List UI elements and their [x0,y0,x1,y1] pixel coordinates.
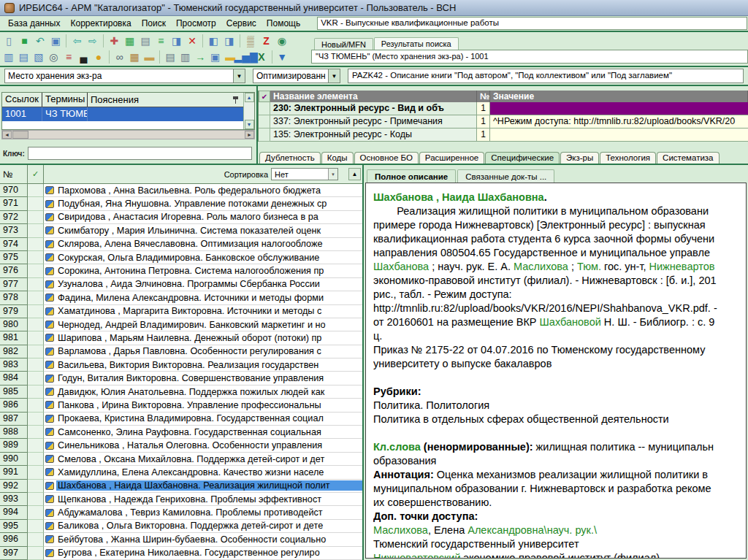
record-check-cell[interactable] [28,184,44,197]
field-row[interactable]: 337: Электронный ресурс - Примечания1^НР… [259,115,748,129]
col-header-expl[interactable]: Пояснения [88,93,243,107]
zoom-view-icon[interactable]: ▧ [31,50,46,64]
record-row[interactable]: 974Склярова, Алена Вячеславовна. Оптимиз… [0,238,362,251]
scroll-thumb[interactable] [12,131,28,139]
field-group-tab[interactable]: Основное БО [354,152,419,164]
check-column-header[interactable]: ✔ [259,91,270,102]
record-check-cell[interactable] [28,305,44,318]
record-row[interactable]: 991Хамидуллина, Елена Александровна. Кач… [0,466,362,479]
field-value-cell[interactable]: ^НРежим доступа: http://tmnlib.ru:82/upl… [490,115,748,129]
record-row[interactable]: 995Баликова , Ольга Викторовна. Поддержк… [0,520,362,533]
chevron-down-icon[interactable]: ▼ [328,169,337,180]
menu-item[interactable]: Помощь [262,17,305,30]
add-field-icon[interactable]: ✚ [107,34,121,48]
folder-icon[interactable]: ▬ [142,50,157,64]
col-header-value[interactable]: Значение [490,91,748,102]
print-export-icon[interactable]: ▥ [178,50,193,64]
pin-icon[interactable] [232,96,239,104]
record-row[interactable]: 987Прокаева, Кристина Владимировна. Госу… [0,413,362,426]
record-check-cell[interactable] [28,197,44,210]
next-record-icon[interactable]: ⇨ [85,34,100,48]
settings-icon[interactable]: ▼ [275,50,290,64]
col-header-element-name[interactable]: Название элемента [270,91,477,102]
col-header-num[interactable]: № [477,91,490,102]
col-header-terms[interactable]: Термины [42,93,88,107]
tree-search-icon[interactable]: ≡ [61,50,76,64]
record-row[interactable]: 977Узуналова , Аида Элчиновна. Программы… [0,278,362,291]
record-check-cell[interactable] [28,453,44,466]
field-row[interactable]: 230: Электронный ресурс - Вид и объ1 [259,102,748,115]
search-mode-combo[interactable]: Оптимизированн ▼ [253,69,340,83]
record-check-cell[interactable] [28,358,44,372]
stats-chart-icon[interactable]: ▂▅▇ [238,50,253,64]
workspace-tab[interactable]: Новый/MFN [314,38,373,50]
record-row[interactable]: 997Бугрова , Екатерина Николаевна. Госуд… [0,547,362,560]
record-row[interactable]: 994Абдужамалова , Тевриз Камиловна. Проб… [0,506,362,519]
record-check-cell[interactable] [28,318,44,331]
record-row[interactable]: 972Свиридова , Анастасия Игоревна. Роль … [0,211,362,224]
record-check-cell[interactable] [28,291,44,304]
record-check-cell[interactable] [28,224,44,237]
scroll-left-icon[interactable]: ◄ [2,131,12,139]
record-check-cell[interactable] [28,466,44,479]
worksheet-layout-icon[interactable]: ▦ [122,34,137,48]
scroll-right-icon[interactable]: ► [245,131,254,139]
full-view-icon[interactable]: ▥ [1,50,16,64]
search-page-icon[interactable]: ◎ [47,50,61,64]
copy-record-icon[interactable]: ▣ [48,34,63,48]
terms-hscrollbar[interactable]: ◄ ► [1,130,255,139]
export-text-icon[interactable]: → [193,50,207,64]
record-check-cell[interactable] [28,399,44,412]
search-result-field[interactable]: "ЧЗ ТЮМЕНЬ" (Место хранения экз-ра) - 10… [311,50,748,64]
record-row[interactable]: 971Подубная, Яна Янушовна. Управление по… [0,197,362,210]
field-tree-icon[interactable]: ≡ [153,34,168,48]
key-input[interactable] [28,147,252,160]
record-row[interactable]: 973Скимбатору , Мария Ильинична. Система… [0,224,362,237]
transport-icon[interactable]: ▄ [77,50,91,64]
print-icon[interactable]: ▤ [163,50,178,64]
z-gate-icon[interactable]: Z [259,34,273,48]
field-group-tab[interactable]: Коды [321,152,354,164]
record-row[interactable]: 984Годун, Виталия Викторовна. Совершенст… [0,372,362,385]
field-value-cell[interactable] [490,129,748,142]
print-form-icon[interactable]: ▤ [138,34,153,48]
record-check-cell[interactable] [28,413,44,426]
record-row[interactable]: 970Пархомова , Анна Васильевна. Роль фед… [0,184,362,197]
record-row[interactable]: 975Сокурская, Ольга Владимировна. Банков… [0,251,362,264]
link-icon[interactable]: ∞ [112,50,127,64]
save-record-icon[interactable]: ■ [17,34,31,48]
scroll-up-icon[interactable]: ▲ [348,168,361,180]
web-irbis-icon[interactable]: ◉ [275,34,289,48]
record-row[interactable]: 996Бейбутова , Жанна Ширин-бубаевна. Осо… [0,533,362,546]
chevron-down-icon[interactable]: ▼ [233,69,245,83]
record-check-cell[interactable] [28,386,44,399]
new-record-icon[interactable]: ▯ [1,34,16,48]
record-check-cell[interactable] [28,264,44,277]
field-value-cell[interactable] [490,102,748,115]
record-check-cell[interactable] [28,238,44,251]
delete-record-icon[interactable]: ✕ [185,34,199,48]
record-row[interactable]: 979Хаматдинова , Маргарита Викторовна. И… [0,305,362,318]
record-check-cell[interactable] [28,520,44,533]
page-back-icon[interactable]: ◧ [206,34,221,48]
field-group-tab[interactable]: Специфические [485,152,560,164]
field-group-tab[interactable]: Дублетность [259,152,321,164]
field-check-cell[interactable] [259,102,270,115]
page-forward-icon[interactable]: ◨ [222,34,237,48]
record-row[interactable]: 993Щепканова , Надежда Генриховна. Пробл… [0,493,362,506]
record-row[interactable]: 981Шарипова , Марьям Наилевна. Денежный … [0,331,362,345]
scroll-down-icon[interactable]: ▼ [245,120,254,129]
irbis-cat-icon[interactable]: ▒ [243,34,258,48]
field-check-cell[interactable] [259,115,270,129]
field-group-tab[interactable]: Технология [600,152,656,164]
col-header-links[interactable]: Ссылок [2,93,42,107]
record-check-cell[interactable] [28,493,44,506]
record-check-cell[interactable] [28,211,44,224]
undo-icon[interactable]: ↶ [33,34,47,48]
menu-item[interactable]: Поиск [137,17,171,30]
chevron-down-icon[interactable]: ▼ [328,69,340,83]
record-row[interactable]: 982Варламова , Дарья Павловна. Особеннос… [0,345,362,358]
menu-item[interactable]: Корректировка [65,17,136,30]
detail-tab[interactable]: Связанные док-ты ... [457,169,554,183]
record-row[interactable]: 983Васильева, Виктория Викторовна. Реали… [0,358,362,372]
